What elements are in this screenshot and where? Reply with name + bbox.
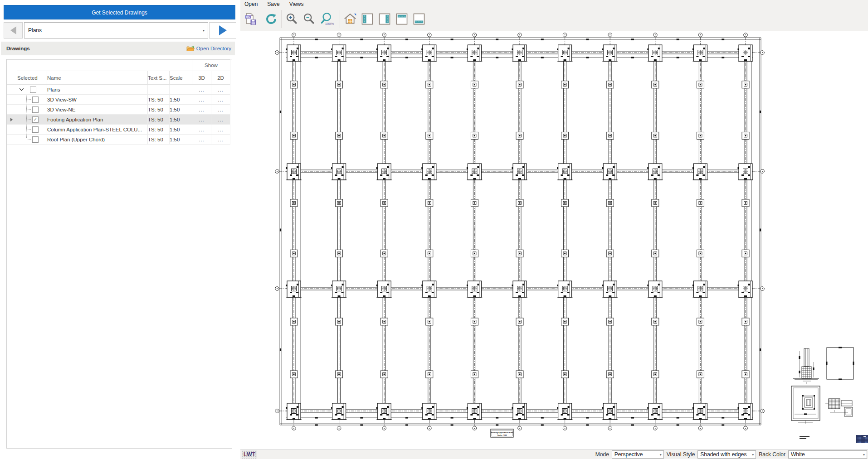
cell-show_3d[interactable]: ...	[192, 105, 211, 115]
row-checkbox[interactable]	[32, 97, 39, 103]
cell-show_3d[interactable]: ...	[192, 115, 211, 125]
zoom-100-button[interactable]: 100%	[317, 10, 338, 29]
cell-name: Roof Plan (Upper Chord)	[47, 135, 148, 145]
row-indicator-header	[7, 60, 17, 85]
column-group-show[interactable]: Show	[192, 60, 230, 71]
refresh-button[interactable]	[263, 10, 280, 29]
cell-scale	[170, 85, 192, 95]
lineweight-toggle[interactable]: LWT	[242, 450, 257, 459]
menu-views[interactable]: Views	[289, 1, 304, 7]
pane-right-button[interactable]	[376, 10, 393, 29]
row-indicator-cell	[7, 85, 17, 95]
cell-show_2d[interactable]: ...	[211, 135, 230, 145]
toolbar-separator	[261, 10, 261, 28]
run-button[interactable]	[209, 22, 236, 39]
save-image-button[interactable]: IMG	[242, 10, 259, 29]
pane-top-button[interactable]	[393, 10, 410, 29]
table-row[interactable]: 3D View-SWTS: 501:50......	[7, 95, 230, 105]
row-select-cell	[17, 125, 47, 135]
pane-left-icon	[361, 12, 374, 26]
toolbar-separator	[340, 10, 340, 28]
open-folder-icon	[186, 45, 195, 52]
viewer-toolbar: Open Save Views IMG	[240, 0, 868, 31]
cell-text_size	[148, 85, 170, 95]
mode-value: Perspective	[612, 451, 658, 458]
chevron-down-icon: ▾	[861, 453, 867, 457]
cell-text_size: TS: 50	[148, 105, 170, 115]
cell-scale: 1:50	[170, 115, 192, 125]
view-group-selector[interactable]: Plans ▾	[24, 22, 208, 39]
table-row[interactable]: Roof Plan (Upper Chord)TS: 501:50......	[7, 135, 230, 145]
row-indicator-cell	[7, 105, 17, 115]
row-checkbox[interactable]	[32, 136, 39, 143]
menu-open[interactable]: Open	[244, 1, 258, 7]
table-row[interactable]: Column Application Plan-STEEL COLU...TS:…	[7, 125, 230, 135]
column-scale[interactable]: Scale	[170, 71, 192, 85]
column-2d[interactable]: 2D	[211, 71, 230, 85]
pane-top-icon	[395, 12, 409, 26]
cell-show_2d[interactable]: ...	[211, 125, 230, 135]
cell-show_3d[interactable]: ...	[192, 85, 211, 95]
menu-save[interactable]: Save	[267, 1, 279, 7]
row-select-cell	[17, 105, 47, 115]
back-color-value: White	[789, 451, 861, 458]
tree-branch-line	[27, 139, 31, 140]
table-row[interactable]: Plans......	[7, 85, 230, 95]
open-directory-link[interactable]: Open Directory	[186, 45, 235, 52]
back-color-label: Back Color	[759, 451, 785, 458]
visual-style-label: Visual Style	[667, 451, 695, 458]
zoom-out-button[interactable]	[300, 10, 317, 29]
drawings-panel: Get Selected Drawings Plans ▾ Drawings O…	[0, 0, 236, 459]
cell-show_2d[interactable]: ...	[211, 95, 230, 105]
status-bar: LWT Mode Perspective ▾ Visual Style Shad…	[240, 449, 868, 459]
pane-bottom-icon	[412, 12, 426, 26]
drawing-viewport[interactable]: Footing Application PlanScale : 1/50	[240, 31, 868, 450]
drawings-table-body: Plans......3D View-SWTS: 501:50......3D …	[7, 85, 230, 145]
drawings-table: Show Selected Name Text S... Scale 3D 2D…	[7, 59, 230, 145]
row-checkbox[interactable]	[30, 87, 36, 93]
back-color-select[interactable]: White ▾	[788, 450, 867, 459]
tree-connector-line	[26, 96, 27, 138]
table-row[interactable]: ✓Footing Application PlanTS: 501:50.....…	[7, 115, 230, 125]
pane-left-button[interactable]	[359, 10, 376, 29]
row-checkbox[interactable]	[32, 106, 39, 113]
visual-style-select[interactable]: Shaded with edges ▾	[697, 450, 756, 459]
cell-show_2d[interactable]: ...	[211, 105, 230, 115]
cell-text_size: TS: 50	[148, 135, 170, 145]
back-button[interactable]	[4, 22, 23, 39]
cell-show_3d[interactable]: ...	[192, 135, 211, 145]
get-selected-drawings-button[interactable]: Get Selected Drawings	[4, 5, 235, 19]
cell-scale: 1:50	[170, 95, 192, 105]
svg-text:Footing Application Plan: Footing Application Plan	[491, 431, 513, 434]
column-selected[interactable]: Selected	[17, 71, 47, 85]
column-3d[interactable]: 3D	[192, 71, 211, 85]
cell-text_size: TS: 50	[148, 115, 170, 125]
row-select-cell: ✓	[17, 115, 47, 125]
pane-bottom-button[interactable]	[410, 10, 428, 29]
tree-branch-line	[27, 99, 31, 100]
empty-group-header	[17, 60, 192, 71]
row-checkbox[interactable]: ✓	[32, 116, 39, 123]
mode-select[interactable]: Perspective ▾	[612, 450, 664, 459]
cell-show_2d[interactable]: ...	[211, 115, 230, 125]
cell-text_size: TS: 50	[148, 125, 170, 135]
zoom-in-icon	[285, 12, 298, 26]
row-indicator-cell	[7, 115, 17, 125]
visual-style-value: Shaded with edges	[698, 451, 750, 458]
cell-show_3d[interactable]: ...	[192, 95, 211, 105]
chevron-down-icon: ▾	[750, 453, 756, 457]
cell-name: Plans	[47, 85, 148, 95]
table-row[interactable]: 3D View-NETS: 501:50......	[7, 105, 230, 115]
drawings-table-container: Show Selected Name Text S... Scale 3D 2D…	[6, 59, 232, 449]
column-name[interactable]: Name	[47, 71, 148, 85]
home-view-button[interactable]	[341, 10, 359, 29]
cell-scale: 1:50	[170, 105, 192, 115]
cell-show_2d[interactable]: ...	[211, 85, 230, 95]
cell-show_3d[interactable]: ...	[192, 125, 211, 135]
row-checkbox[interactable]	[32, 126, 39, 133]
zoom-in-button[interactable]	[283, 10, 300, 29]
column-text-size[interactable]: Text S...	[148, 71, 170, 85]
expander-chevron-icon[interactable]	[19, 88, 24, 91]
refresh-icon	[264, 12, 278, 26]
row-select-cell	[17, 135, 47, 145]
